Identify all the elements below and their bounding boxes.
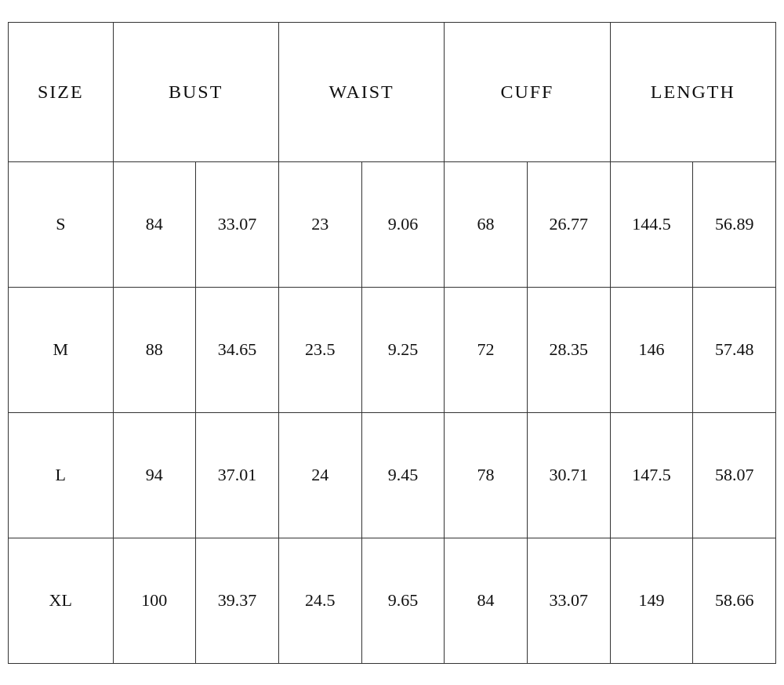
length-in-cell: 58.66 (693, 538, 776, 663)
length-cm-cell: 147.5 (610, 412, 693, 538)
size-cell: M (9, 287, 114, 412)
waist-cm-cell: 24.5 (278, 538, 361, 663)
size-cell: XL (9, 538, 114, 663)
bust-header: BUST (113, 22, 278, 161)
cuff-header: CUFF (445, 22, 610, 161)
bust-in-cell: 39.37 (196, 538, 279, 663)
cuff-in-cell: 30.71 (527, 412, 610, 538)
cuff-in-cell: 33.07 (527, 538, 610, 663)
cuff-cm-cell: 72 (445, 287, 528, 412)
table-row: XL10039.3724.59.658433.0714958.66 (9, 538, 776, 663)
table-row: M8834.6523.59.257228.3514657.48 (9, 287, 776, 412)
cuff-cm-cell: 84 (445, 538, 528, 663)
bust-cm-cell: 100 (113, 538, 196, 663)
waist-in-cell: 9.45 (361, 412, 445, 538)
waist-cm-cell: 24 (278, 412, 361, 538)
size-cell: L (9, 412, 114, 538)
bust-cm-cell: 94 (113, 412, 196, 538)
waist-cm-cell: 23 (278, 161, 361, 287)
length-header: LENGTH (610, 22, 775, 161)
length-cm-cell: 149 (610, 538, 693, 663)
waist-cm-cell: 23.5 (278, 287, 361, 412)
length-in-cell: 57.48 (693, 287, 776, 412)
bust-cm-cell: 88 (113, 287, 196, 412)
size-chart-table: SIZE BUST WAIST CUFF LENGTH S8433.07239.… (8, 22, 776, 664)
waist-header: WAIST (278, 22, 444, 161)
cuff-cm-cell: 68 (445, 161, 528, 287)
table-row: S8433.07239.066826.77144.556.89 (9, 161, 776, 287)
length-in-cell: 56.89 (693, 161, 776, 287)
length-in-cell: 58.07 (693, 412, 776, 538)
bust-cm-cell: 84 (113, 161, 196, 287)
length-cm-cell: 144.5 (610, 161, 693, 287)
bust-in-cell: 33.07 (196, 161, 279, 287)
cuff-cm-cell: 78 (445, 412, 528, 538)
size-header: SIZE (9, 22, 114, 161)
length-cm-cell: 146 (610, 287, 693, 412)
waist-in-cell: 9.65 (361, 538, 445, 663)
waist-in-cell: 9.06 (361, 161, 445, 287)
bust-in-cell: 34.65 (196, 287, 279, 412)
table-row: L9437.01249.457830.71147.558.07 (9, 412, 776, 538)
cuff-in-cell: 26.77 (527, 161, 610, 287)
cuff-in-cell: 28.35 (527, 287, 610, 412)
bust-in-cell: 37.01 (196, 412, 279, 538)
size-cell: S (9, 161, 114, 287)
waist-in-cell: 9.25 (361, 287, 445, 412)
